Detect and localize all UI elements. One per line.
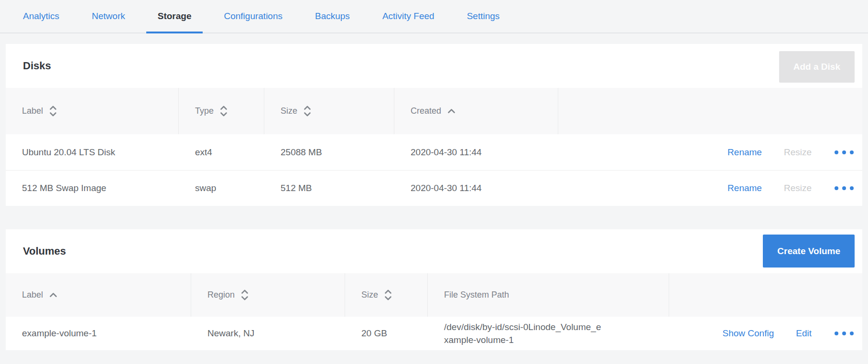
disks-header-size-text: Size xyxy=(281,106,297,116)
volumes-card-header: Volumes Create Volume xyxy=(6,229,862,273)
volumes-title: Volumes xyxy=(23,245,66,257)
volumes-header-region-text: Region xyxy=(207,290,235,300)
edit-link[interactable]: Edit xyxy=(796,328,812,339)
resize-link[interactable]: Resize xyxy=(784,183,812,193)
disks-title: Disks xyxy=(23,60,51,72)
disk-row-actions: Rename Resize xyxy=(558,134,862,170)
ellipsis-menu-icon[interactable] xyxy=(834,148,855,157)
disks-card: Disks Add a Disk Label Type Size Created xyxy=(6,44,862,206)
volumes-header-file-system-path-text: File System Path xyxy=(444,290,509,300)
disks-header-created[interactable]: Created xyxy=(394,88,558,134)
sort-chevrons-icon xyxy=(384,289,392,301)
tab-activity-feed[interactable]: Activity Feed xyxy=(371,0,446,32)
add-a-disk-button[interactable]: Add a Disk xyxy=(779,51,855,83)
tab-analytics[interactable]: Analytics xyxy=(11,0,71,32)
volumes-header-size-text: Size xyxy=(361,290,378,300)
create-volume-button[interactable]: Create Volume xyxy=(763,235,855,268)
sort-chevrons-icon xyxy=(304,105,311,117)
volumes-header-label-text: Label xyxy=(22,290,43,300)
volumes-header-file-system-path: File System Path xyxy=(428,273,669,317)
volume-label-cell: example-volume-1 xyxy=(6,328,191,339)
disk-row-actions: Rename Resize xyxy=(558,171,862,206)
disk-table-row: 512 MB Swap Image swap 512 MB 2020-04-30… xyxy=(6,170,862,206)
rename-link[interactable]: Rename xyxy=(727,147,762,158)
show-config-link[interactable]: Show Config xyxy=(723,328,774,339)
volumes-header-actions xyxy=(669,273,862,317)
disks-header-label[interactable]: Label xyxy=(6,88,179,134)
disk-size-cell: 25088 MB xyxy=(264,147,394,158)
disks-card-header: Disks Add a Disk xyxy=(6,44,862,88)
tab-storage[interactable]: Storage xyxy=(146,0,203,32)
disk-type-cell: ext4 xyxy=(179,147,264,158)
chevron-up-icon xyxy=(447,108,456,114)
disks-header-label-text: Label xyxy=(22,106,43,116)
rename-link[interactable]: Rename xyxy=(727,183,762,193)
tab-network[interactable]: Network xyxy=(80,0,137,32)
disks-table-header-row: Label Type Size Created xyxy=(6,88,862,134)
disk-type-cell: swap xyxy=(179,183,264,193)
ellipsis-menu-icon[interactable] xyxy=(834,183,855,193)
disks-header-type-text: Type xyxy=(195,106,214,116)
disk-label-cell: 512 MB Swap Image xyxy=(6,183,179,193)
volume-file-system-path-cell: /dev/disk/by-id/scsi-0Linode_Volume_exam… xyxy=(428,321,669,346)
volumes-card: Volumes Create Volume Label Region Size … xyxy=(6,229,862,350)
volume-row-actions: Show Config Edit xyxy=(669,317,862,350)
volume-size-cell: 20 GB xyxy=(345,328,428,339)
volumes-header-size[interactable]: Size xyxy=(345,273,428,317)
volume-table-row: example-volume-1 Newark, NJ 20 GB /dev/d… xyxy=(6,317,862,350)
chevron-up-icon xyxy=(49,292,57,298)
volume-region-cell: Newark, NJ xyxy=(191,328,345,339)
sort-chevrons-icon xyxy=(220,105,228,117)
disk-created-cell: 2020-04-30 11:44 xyxy=(394,183,558,193)
disk-label-cell: Ubuntu 20.04 LTS Disk xyxy=(6,147,179,158)
volumes-header-region[interactable]: Region xyxy=(191,273,345,317)
volumes-header-label[interactable]: Label xyxy=(6,273,191,317)
disks-header-size[interactable]: Size xyxy=(264,88,394,134)
disks-header-actions xyxy=(558,88,862,134)
volumes-table-header-row: Label Region Size File System Path xyxy=(6,273,862,317)
tab-backups[interactable]: Backups xyxy=(304,0,361,32)
disk-table-row: Ubuntu 20.04 LTS Disk ext4 25088 MB 2020… xyxy=(6,134,862,170)
disk-size-cell: 512 MB xyxy=(264,183,394,193)
disk-created-cell: 2020-04-30 11:44 xyxy=(394,147,558,158)
resize-link[interactable]: Resize xyxy=(784,147,812,158)
ellipsis-menu-icon[interactable] xyxy=(834,329,855,338)
tab-configurations[interactable]: Configurations xyxy=(212,0,294,32)
disks-header-created-text: Created xyxy=(411,106,441,116)
sort-chevrons-icon xyxy=(49,105,57,117)
sort-chevrons-icon xyxy=(241,289,249,301)
tab-settings[interactable]: Settings xyxy=(456,0,511,32)
tab-bar: Analytics Network Storage Configurations… xyxy=(0,0,868,33)
disks-header-type[interactable]: Type xyxy=(179,88,264,134)
